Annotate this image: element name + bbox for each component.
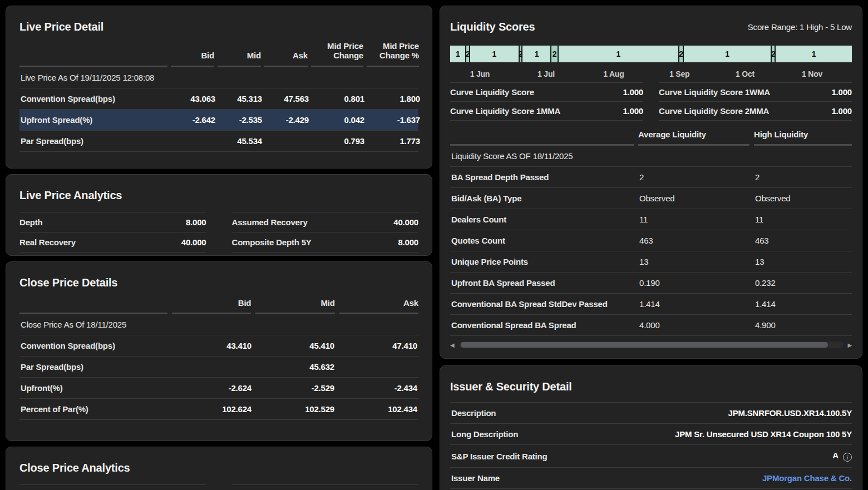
analytics-row[interactable]: Depth 8.000 (19, 212, 206, 232)
analytics-row[interactable]: Composite Depth 5Y 8.000 (232, 232, 419, 253)
horizontal-scrollbar: ◀ ▶ (450, 340, 852, 349)
timeline-segment-label: 2 (679, 50, 683, 58)
live-price-detail-panel: Live Price Detail Bid Mid Ask Mid Price … (6, 6, 432, 169)
live-price-as-of: Live Price As Of 19/11/2025 12:08:08 (19, 67, 418, 88)
curve-scores-grid: Curve Liquidity Score 1.000 Curve Liquid… (450, 82, 852, 121)
timeline-segment-score-1[interactable]: 1 (558, 46, 678, 62)
timeline-segment-score-2[interactable]: 2 (678, 46, 683, 62)
panel-title: Live Price Detail (19, 21, 418, 33)
liquidity-title-bar: Liquidity Scores Score Range: 1 High - 5… (450, 21, 852, 33)
table-row[interactable]: Bid/Ask (BA) Type Observed Observed (450, 188, 852, 209)
timeline-segment-label: 1 (535, 50, 539, 58)
timeline-segment-label: 1 (617, 50, 621, 58)
column-header-mid: Mid (218, 51, 261, 67)
timeline-segment-label: 2 (466, 50, 470, 58)
column-header-mid-price-change-pct: Mid Price Change % (367, 41, 419, 67)
table-row[interactable]: Upfront BA Spread Passed 0.190 0.232 (450, 273, 852, 294)
live-price-detail-header: Bid Mid Ask Mid Price Change Mid Price C… (19, 41, 418, 67)
issuer-row-sp-rating[interactable]: S&P Issuer Credit Rating Ai (450, 445, 852, 468)
timeline-month-label: 1 Jul (537, 70, 555, 78)
curve-score-row[interactable]: Curve Liquidity Score 1WMA 1.000 (659, 83, 852, 102)
score-range-note: Score Range: 1 High - 5 Low (748, 22, 852, 32)
table-row[interactable]: Conventional Spread BA Spread 4.000 4.90… (450, 315, 852, 336)
table-row[interactable]: Conventional BA Spread StdDev Passed 1.4… (450, 294, 852, 315)
issuer-name-link[interactable]: JPMorgan Chase & Co. (762, 473, 852, 483)
table-row[interactable]: BA Spread Depth Passed 2 2 (450, 167, 852, 188)
curve-score-row[interactable]: Curve Liquidity Score 1.000 (450, 83, 643, 102)
timeline-segment-label: 1 (492, 50, 497, 58)
curve-score-row[interactable]: Curve Liquidity Score 2MMA 1.000 (659, 102, 852, 121)
analytics-right-column: Assumed Recovery 40.000 Composite Depth … (232, 212, 419, 253)
liquidity-table-header: Average Liquidity High Liquidity (450, 130, 852, 146)
timeline-segment-score-1[interactable]: 1 (521, 46, 550, 62)
timeline-segment-score-1[interactable]: 1 (775, 46, 852, 62)
analytics-right-column (232, 484, 419, 485)
timeline-month-label: 1 Oct (736, 70, 754, 78)
analytics-left-column (19, 484, 206, 485)
analytics-row[interactable]: Assumed Recovery 40.000 (232, 212, 419, 232)
scrollbar-thumb[interactable] (461, 342, 828, 348)
timeline-segment-score-1[interactable]: 1 (683, 46, 771, 62)
timeline-segment-label: 2 (553, 50, 557, 58)
close-price-as-of: Close Price As Of 18/11/2025 (19, 314, 418, 335)
column-header-empty (19, 60, 167, 67)
table-row[interactable]: Par Spread(bps) 45.632 (19, 357, 418, 378)
table-row[interactable]: Quotes Count 463 463 (450, 230, 852, 251)
table-row[interactable]: Unique Price Points 13 13 (450, 251, 852, 273)
panel-title: Close Price Details (19, 276, 418, 289)
close-price-analytics-panel: Close Price Analytics (6, 447, 432, 490)
liquidity-as-of: Liquidity Score AS OF 18/11/2025 (450, 146, 852, 167)
issuer-rows: Description JPM.SNRFOR.USD.XR14.100.5Y L… (450, 402, 852, 489)
analytics-row[interactable]: Real Recovery 40.000 (19, 232, 206, 253)
timeline-segment-score-2[interactable]: 2 (550, 46, 557, 62)
table-row[interactable]: Par Spread(bps) 45.534 0.793 1.773 (19, 131, 418, 152)
curve-scores-right: Curve Liquidity Score 1WMA 1.000 Curve L… (659, 82, 852, 121)
timeline-segment-label: 1 (812, 50, 816, 58)
table-row[interactable]: Convention Spread(bps) 43.063 45.313 47.… (19, 88, 418, 110)
table-row-selected[interactable]: Upfront Spread(%) -2.642 -2.535 -2.429 0… (19, 110, 418, 131)
table-row[interactable]: Upfront(%) -2.624 -2.529 -2.434 (19, 378, 418, 399)
curve-score-row[interactable]: Curve Liquidity Score 1MMA 1.000 (450, 102, 643, 121)
timeline-month-label: 1 Sep (669, 70, 689, 78)
scrollbar-track[interactable] (459, 341, 844, 348)
timeline-month-label: 1 Aug (603, 70, 624, 78)
sp-rating-value: A (832, 451, 839, 460)
left-column: Live Price Detail Bid Mid Ask Mid Price … (6, 6, 432, 484)
issuer-row-long-description[interactable]: Long Description JPM Sr. Unsecured USD X… (450, 424, 852, 445)
analytics-grid: Depth 8.000 Real Recovery 40.000 Assumed… (19, 212, 418, 253)
table-row[interactable]: Dealers Count 11 11 (450, 209, 852, 230)
timeline-segment-label: 2 (519, 50, 523, 58)
close-price-details-panel: Close Price Details Bid Mid Ask Close Pr… (6, 261, 432, 441)
curve-scores-left: Curve Liquidity Score 1.000 Curve Liquid… (450, 82, 643, 121)
panel-title: Live Price Analytics (19, 189, 418, 202)
analytics-left-column: Depth 8.000 Real Recovery 40.000 (19, 212, 206, 253)
timeline-segment-score-1[interactable]: 1 (450, 46, 465, 62)
scroll-right-arrow-icon[interactable]: ▶ (848, 342, 852, 348)
column-header-ask: Ask (339, 298, 418, 314)
column-header-bid: Bid (172, 298, 251, 314)
column-header-mid: Mid (255, 298, 334, 314)
table-row[interactable]: Convention Spread(bps) 43.410 45.410 47.… (19, 335, 418, 357)
column-header-high-liquidity: High Liquidity (754, 130, 852, 146)
panel-title: Liquidity Scores (450, 21, 535, 33)
panel-title: Close Price Analytics (19, 462, 418, 474)
timeline-segment-score-1[interactable]: 1 (469, 46, 519, 62)
liquidity-scores-panel: Liquidity Scores Score Range: 1 High - 5… (440, 6, 862, 359)
column-header-empty (19, 306, 167, 314)
column-header-empty (450, 138, 634, 146)
right-column: Liquidity Scores Score Range: 1 High - 5… (440, 6, 862, 484)
timeline-segment-score-2[interactable]: 2 (771, 46, 775, 62)
liquidity-timeline-bar: 12121212121 (450, 46, 852, 62)
close-price-details-header: Bid Mid Ask (19, 298, 418, 314)
column-header-average-liquidity: Average Liquidity (638, 130, 749, 146)
scroll-left-arrow-icon[interactable]: ◀ (450, 342, 455, 348)
live-price-analytics-panel: Live Price Analytics Depth 8.000 Real Re… (6, 174, 432, 256)
timeline-month-label: 1 Nov (802, 70, 822, 78)
issuer-row-description[interactable]: Description JPM.SNRFOR.USD.XR14.100.5Y (450, 403, 852, 424)
table-row[interactable]: Percent of Par(%) 102.624 102.529 102.43… (19, 399, 418, 420)
analytics-grid (19, 484, 418, 485)
issuer-security-detail-panel: Issuer & Security Detail Description JPM… (440, 365, 862, 490)
issuer-row-issuer-name[interactable]: Issuer Name JPMorgan Chase & Co. (450, 468, 852, 489)
info-icon[interactable]: i (843, 453, 852, 462)
timeline-segment-label: 1 (456, 50, 460, 58)
